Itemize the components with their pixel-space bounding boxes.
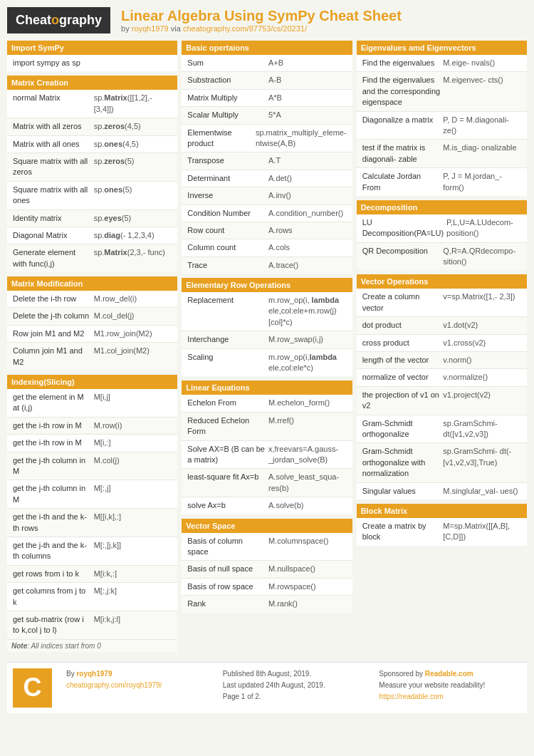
cell-label: get the j-th column in M <box>11 482 93 506</box>
cell-label: Delete the i-th row <box>11 293 93 305</box>
cell-value: M1.row_join(M2) <box>93 328 174 340</box>
cell-label: Diagonalize a matrix <box>361 114 442 126</box>
cell-label: Square matrix with all ones <box>11 184 93 207</box>
row: get the i-th row in M M.row(i) <box>7 418 177 435</box>
row: Solve AX=B (B can be a matrix) x,freevar… <box>182 441 352 470</box>
section-header-import: Import SymPy <box>7 41 177 55</box>
cell-label: Column join M1 and M2 <box>11 345 93 368</box>
row: Echelon From M.echelon_form() <box>182 395 352 412</box>
cell-value: A.trace() <box>267 259 348 271</box>
cell-value: M.eigenvec- cts() <box>441 74 523 86</box>
section-header-elem-row-ops: Elementary Row Operations <box>182 278 352 292</box>
row: Transpose A.T <box>182 152 352 170</box>
cell-value: sp.diag(- 1,2,3,4) <box>93 229 174 242</box>
row: Condition Number A.condition_number() <box>182 205 352 222</box>
footer-sponsor-link[interactable]: Readable.com <box>425 670 473 678</box>
cell-value: P,L,U=A.LUdecom- position() <box>445 217 523 240</box>
cell-label: Create a column vector <box>361 291 442 314</box>
row: get sub-matrix (row i to k,col j to l) M… <box>7 611 177 640</box>
cell-value: sp.zeros(5) <box>93 155 174 167</box>
cell-label: Replacement <box>186 294 267 306</box>
section-basic-ops: Basic opertaions Sum A+B Substraction A-… <box>182 41 352 274</box>
cell-label: dot product <box>361 319 442 331</box>
footer-cheatography-link[interactable]: cheatography.com/royqh1979/ <box>66 681 162 689</box>
column-3: Eigenvalues amd Eigenvectors Find the ei… <box>357 41 527 656</box>
row: LU Decomposition(PA=LU) P,L,U=A.LUdecom-… <box>357 214 527 243</box>
section-vector-space: Vector Space Basis of column space M.col… <box>182 519 352 613</box>
cell-value: M[[i,k],:] <box>93 511 174 523</box>
section-block-matrix: Block Matrix Create a matrix by block M=… <box>357 504 527 546</box>
row: Matrix Multiply A*B <box>182 90 352 107</box>
section-header-matrix-mod: Matrix Modification <box>7 276 177 291</box>
cell-value: M.rowspace() <box>267 581 348 593</box>
section-header-matrix-creation: Matrix Creation <box>7 76 177 90</box>
cell-label: Echelon From <box>186 397 267 409</box>
footer-author-link[interactable]: royqh1979 <box>76 670 112 678</box>
cell-label: normalize of vector <box>361 371 442 383</box>
cell-label: Diagonal Matrix <box>11 229 93 242</box>
footer-tagline: Measure your website readability! <box>379 681 485 689</box>
cell-value: A.T <box>267 155 348 167</box>
row: get columns from j to k M[:,j:k] <box>7 583 177 611</box>
cell-value: M[:,[j,k]] <box>93 539 174 552</box>
cell-label: Matrix Multiply <box>186 92 267 104</box>
row: Singular values M.singlular_val- ues() <box>357 483 527 499</box>
cell-value: A.inv() <box>267 190 348 202</box>
cell-label: Square matrix with all zeros <box>11 155 93 179</box>
footer-sponsor-label: Sponsored by <box>379 670 425 678</box>
cell-value: A.rows <box>267 224 348 237</box>
row: import sympy as sp <box>7 55 177 71</box>
section-header-linear-eq: Linear Equations <box>182 380 352 395</box>
cell-value: v1.cross(v2) <box>441 337 523 349</box>
row: get the j-th and the k-th columns M[:,[j… <box>7 537 177 566</box>
url-link[interactable]: cheatography.com/87753/cs/20231/ <box>183 24 307 33</box>
row: least-square fit Ax=b A.solve_least_squa… <box>182 469 352 497</box>
cell-value: A.solve_least_squa- res(b) <box>267 471 348 494</box>
cell-label: Solve AX=B (B can be a matrix) <box>186 443 267 467</box>
cell-label: get the j-th column in M <box>11 455 93 478</box>
row: Interchange M.row_swap(i,j) <box>182 331 352 348</box>
row: Matrix with all zeros sp.zeros(4,5) <box>7 118 177 135</box>
cell-value: M.row(i) <box>93 420 174 432</box>
footer-col-author: By royqh1979 cheatography.com/royqh1979/ <box>66 668 209 691</box>
section-eigenvalues: Eigenvalues amd Eigenvectors Find the ei… <box>357 41 527 196</box>
row: Scaling m.row_op(i,lambda ele,col:ele*c) <box>182 349 352 377</box>
cell-label: get the i-th row in M <box>11 437 93 449</box>
cell-label: cross product <box>361 337 442 349</box>
cell-label: Basis of row space <box>186 581 267 593</box>
row: Column join M1 and M2 M1.col_join(M2) <box>7 343 177 371</box>
footer-readable-link[interactable]: https://readable.com <box>379 693 444 700</box>
logo: Cheatography <box>7 7 110 33</box>
cell-label: get the i-th row in M <box>11 420 93 432</box>
cell-label: Basis of null space <box>186 563 267 575</box>
cell-label: Rank <box>186 598 267 610</box>
section-header-block-matrix: Block Matrix <box>357 504 527 518</box>
cell-value: M[i:k,:] <box>93 568 174 580</box>
cell-label: Create a matrix by block <box>361 520 442 544</box>
page-title: Linear Algebra Using SymPy Cheat Sheet <box>121 8 402 24</box>
row: Determinant A.det() <box>182 170 352 187</box>
cell-value: M.col(j) <box>93 455 174 467</box>
row: Generate element with func(i,j) sp.Matri… <box>7 244 177 272</box>
cell-value: M.columnspace() <box>267 535 348 547</box>
section-decomposition: Decomposition LU Decomposition(PA=LU) P,… <box>357 200 527 271</box>
cell-label: Calculate Jordan From <box>361 170 442 194</box>
cell-value: x,freevars=A.gauss- _jordan_solve(B) <box>267 443 348 467</box>
row: cross product v1.cross(v2) <box>357 335 527 352</box>
row: Delete the i-th row M.row_del(i) <box>7 291 177 308</box>
footer-logo-char: C <box>23 673 42 703</box>
row: Row count A.rows <box>182 222 352 239</box>
row: Rank M.rank() <box>182 596 352 612</box>
cell-label: Inverse <box>186 190 267 202</box>
header: Cheatography Linear Algebra Using SymPy … <box>7 7 527 33</box>
row: Replacement m.row_op(i, lambda ele,col:e… <box>182 292 352 331</box>
author-link[interactable]: royqh1979 <box>132 24 169 33</box>
row: Delete the j-th column M.col_del(j) <box>7 308 177 325</box>
cell-value: m.row_op(i, lambda ele,col:ele+m.row(j)[… <box>267 294 348 328</box>
cell-label: the projection of v1 on v2 <box>361 389 442 413</box>
row: Basis of column space M.columnspace() <box>182 533 352 561</box>
footer-page: Page 1 of 2. <box>223 693 261 700</box>
row: get the i-th and the k-th rows M[[i,k],:… <box>7 509 177 537</box>
cell-label: Scaling <box>186 351 267 363</box>
cell-value: P, J = M.jordan_- form() <box>441 170 523 194</box>
